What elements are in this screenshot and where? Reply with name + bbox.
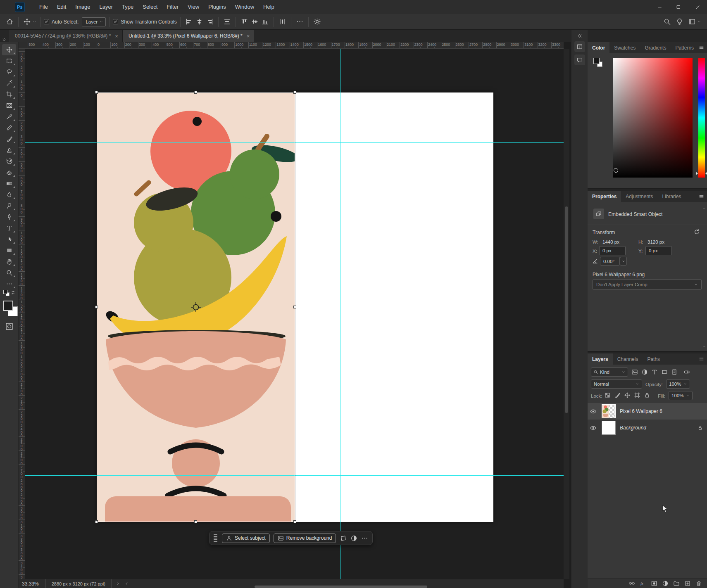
x-input[interactable]	[599, 246, 626, 255]
blend-mode-dropdown[interactable]: Normal	[591, 379, 642, 389]
lock-position-icon[interactable]	[624, 392, 631, 398]
panel-menu-icon[interactable]	[698, 193, 705, 199]
filter-smart-objects-icon[interactable]	[671, 369, 678, 375]
zoom-tool[interactable]	[2, 267, 16, 278]
foreground-color-swatch[interactable]	[3, 301, 13, 311]
object-selection-tool[interactable]	[2, 78, 16, 89]
angle-dropdown-button[interactable]	[620, 257, 627, 266]
clone-stamp-tool[interactable]	[2, 145, 16, 156]
foreground-background-swatches[interactable]	[3, 301, 17, 317]
show-transform-checkbox[interactable]	[113, 19, 118, 24]
tab-libraries[interactable]: Libraries	[657, 191, 686, 202]
menu-type[interactable]: Type	[117, 0, 138, 14]
tab-channels[interactable]: Channels	[613, 353, 643, 365]
dodge-tool[interactable]	[2, 200, 16, 211]
close-button[interactable]	[688, 0, 707, 14]
contextual-task-bar[interactable]: Select subject Remove background	[209, 531, 373, 545]
chevron-down-icon[interactable]	[697, 20, 701, 24]
align-bottom-icon[interactable]	[261, 18, 269, 26]
rectangle-tool[interactable]	[2, 245, 16, 256]
transform-handle[interactable]	[194, 91, 197, 94]
hand-tool[interactable]	[2, 256, 16, 267]
canvas-vertical-scrollbar[interactable]	[564, 49, 569, 579]
panel-menu-icon[interactable]	[698, 356, 705, 362]
transform-handle[interactable]	[95, 91, 98, 94]
taskbar-drag-handle[interactable]	[214, 534, 217, 542]
panel-menu-icon[interactable]	[698, 45, 705, 51]
menu-view[interactable]: View	[183, 0, 204, 14]
layer-row-1[interactable]: Pixel 6 Wallpaper 6	[588, 403, 707, 420]
filter-pixel-layers-icon[interactable]	[631, 369, 638, 375]
tab-color[interactable]: Color	[588, 42, 609, 53]
layer-visibility-eye-icon[interactable]	[588, 403, 599, 420]
align-right-icon[interactable]	[206, 18, 214, 26]
filter-adjustment-layers-icon[interactable]	[641, 369, 648, 375]
panel-strip-button[interactable]	[574, 41, 585, 52]
color-field[interactable]	[613, 58, 693, 178]
transform-handle[interactable]	[95, 520, 98, 523]
fill-dropdown[interactable]: 100%	[669, 391, 693, 400]
distribute-vertical-icon[interactable]	[279, 18, 286, 26]
rectangular-marquee-tool[interactable]	[2, 55, 16, 66]
tab-gradients[interactable]: Gradients	[640, 42, 671, 53]
lock-artboard-icon[interactable]	[634, 392, 640, 398]
menu-plugins[interactable]: Plugins	[204, 0, 231, 14]
search-icon[interactable]	[663, 18, 671, 26]
brush-tool[interactable]	[2, 133, 16, 145]
link-layers-icon[interactable]	[628, 580, 635, 587]
vertical-ruler[interactable]: 3002001000100200300400500600700800900100…	[19, 49, 25, 579]
blur-tool[interactable]	[2, 189, 16, 200]
y-input[interactable]	[645, 246, 672, 255]
menu-edit[interactable]: Edit	[52, 0, 71, 14]
eyedropper-tool[interactable]	[2, 111, 16, 122]
color-field-marker[interactable]	[614, 168, 618, 173]
transform-handle[interactable]	[293, 306, 296, 308]
tab-properties[interactable]: Properties	[588, 191, 621, 202]
collapse-panels-icon[interactable]	[577, 33, 583, 39]
opacity-dropdown[interactable]: 100%	[666, 379, 690, 389]
menu-select[interactable]: Select	[138, 0, 162, 14]
spot-healing-brush-tool[interactable]	[2, 122, 16, 133]
transform-handle[interactable]	[293, 520, 296, 523]
comments-button[interactable]	[574, 55, 585, 65]
layer-comp-dropdown[interactable]: Don't Apply Layer Comp	[593, 279, 702, 290]
menu-window[interactable]: Window	[231, 0, 259, 14]
tab-close-icon[interactable]: ×	[115, 33, 118, 39]
document-tab-2[interactable]: Untitled-1 @ 33.3% (Pixel 6 Wallpaper 6,…	[123, 30, 254, 42]
chevron-down-icon[interactable]	[32, 19, 37, 24]
menu-help[interactable]: Help	[259, 0, 279, 14]
lock-all-icon[interactable]	[644, 392, 650, 398]
new-group-folder-icon[interactable]	[673, 580, 680, 587]
horizontal-scroll-thumb[interactable]	[255, 586, 427, 588]
eraser-tool[interactable]	[2, 167, 16, 178]
align-left-icon[interactable]	[185, 18, 193, 26]
menu-filter[interactable]: Filter	[162, 0, 183, 14]
align-center-horizontal-icon[interactable]	[195, 18, 203, 26]
maximize-button[interactable]	[669, 0, 688, 14]
layer-thumbnail[interactable]	[602, 421, 616, 435]
select-subject-button[interactable]: Select subject	[222, 533, 270, 543]
horizontal-ruler[interactable]: 5004003002001000100200300400500600700800…	[25, 42, 564, 49]
gear-icon[interactable]	[313, 18, 321, 26]
lasso-tool[interactable]	[2, 66, 16, 78]
zoom-level[interactable]: 33.33%	[22, 581, 39, 587]
pen-tool[interactable]	[2, 211, 16, 223]
layer-row-2[interactable]: Background	[588, 420, 707, 436]
layer-name[interactable]: Pixel 6 Wallpaper 6	[620, 408, 707, 414]
layer-name[interactable]: Background	[620, 425, 697, 431]
quick-mask-icon[interactable]	[5, 322, 14, 331]
more-align-options-icon[interactable]	[296, 18, 304, 26]
reset-transform-icon[interactable]	[693, 228, 700, 235]
layer-style-fx-icon[interactable]: fx	[640, 580, 646, 587]
menu-image[interactable]: Image	[71, 0, 95, 14]
path-selection-tool[interactable]	[2, 234, 16, 245]
more-options-icon[interactable]	[361, 535, 368, 542]
delete-layer-trash-icon[interactable]	[695, 580, 702, 587]
color-panel-swatches[interactable]	[593, 58, 605, 69]
adjustments-icon[interactable]	[350, 535, 357, 542]
layer-visibility-eye-icon[interactable]	[588, 420, 599, 436]
properties-scrollbar[interactable]	[702, 205, 706, 350]
transform-handle[interactable]	[293, 91, 296, 94]
vertical-scroll-thumb[interactable]	[565, 206, 568, 413]
layer-filter-dropdown[interactable]: Kind	[591, 368, 628, 377]
